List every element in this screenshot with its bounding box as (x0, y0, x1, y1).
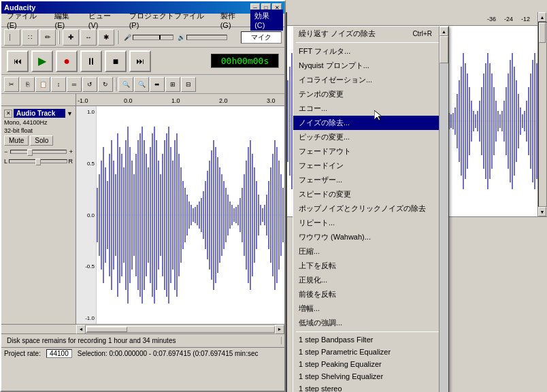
menu-fade-out[interactable]: フェードアウト (293, 144, 448, 159)
menu-wahwah[interactable]: ワウワウ (Wahwah)... (293, 230, 448, 244)
menu-tempo[interactable]: テンポの変更 (293, 87, 448, 101)
menu-stereo[interactable]: 1 step stereo (293, 382, 448, 392)
menu-click-removal[interactable]: ポップノイズとクリックノイズの除去 (293, 201, 448, 216)
menu-fade-in[interactable]: フェードイン (293, 159, 448, 173)
menu-speed[interactable]: スピードの変更 (293, 187, 448, 201)
dropdown-scroll-track[interactable] (440, 36, 448, 392)
menu-normalize[interactable]: 正規化... (293, 273, 448, 287)
menu-echo[interactable]: エコー... (293, 101, 448, 116)
menu-bandpass[interactable]: 1 step Bandpass Filter (293, 333, 448, 346)
effects-dropdown: 繰り返す ノイズの除去 Ctrl+R FFT フィルタ... Nyquist プ… (293, 26, 449, 392)
menu-amplify[interactable]: 増幅... (293, 301, 448, 316)
menu-parametric[interactable]: 1 step Parametric Equalizer (293, 346, 448, 358)
menu-repeat-noise-removal[interactable]: 繰り返す ノイズの除去 Ctrl+R (293, 27, 448, 41)
menu-nyquist[interactable]: Nyquist プロンプト... (293, 59, 448, 73)
dropdown-v-scrollbar: ▲ ▼ (439, 27, 448, 392)
sep-1 (296, 42, 446, 43)
menu-bass[interactable]: 低域の強調... (293, 316, 448, 330)
dropdown-scroll-up[interactable]: ▲ (440, 27, 448, 36)
menu-equalizer[interactable]: イコライゼーション... (293, 73, 448, 87)
menu-reverse2[interactable]: 前後を反転 (293, 287, 448, 301)
menu-phaser[interactable]: フェーザー... (293, 173, 448, 187)
menu-compressor[interactable]: 圧縮... (293, 244, 448, 259)
menu-repeat[interactable]: リピート... (293, 216, 448, 230)
dropdown-overlay: 繰り返す ノイズの除去 Ctrl+R FFT フィルタ... Nyquist プ… (0, 0, 547, 392)
menu-noise-removal[interactable]: ノイズの除去... (293, 116, 448, 130)
menu-shelving[interactable]: 1 step Shelving Equalizer (293, 370, 448, 382)
menu-pitch[interactable]: ピッチの変更... (293, 130, 448, 144)
dropdown-scroll-thumb[interactable] (440, 36, 448, 63)
menu-reverse[interactable]: 上下を反転 (293, 259, 448, 273)
menu-peaking[interactable]: 1 step Peaking Equalizer (293, 358, 448, 370)
menu-fft[interactable]: FFT フィルタ... (293, 44, 448, 59)
sep-2 (296, 331, 446, 332)
